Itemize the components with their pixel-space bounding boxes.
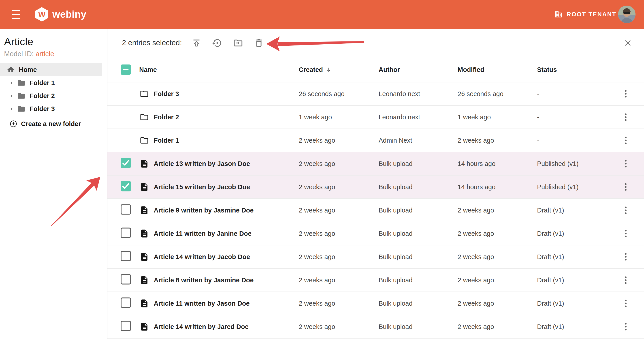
column-header-status[interactable]: Status (537, 66, 557, 74)
table-row[interactable]: Article 11 written by Jason Doe2 weeks a… (108, 292, 644, 315)
kebab-menu-icon[interactable] (623, 135, 628, 146)
chevron-right-icon[interactable] (10, 93, 14, 98)
row-status: Draft (v1) (537, 207, 564, 214)
table-body: Folder 326 seconds agoLeonardo next26 se… (108, 82, 644, 338)
folder-icon (17, 79, 26, 87)
row-name[interactable]: Article 9 written by Jasmine Doe (154, 207, 254, 214)
publish-icon[interactable] (191, 38, 202, 48)
home-icon (7, 66, 15, 74)
table-row[interactable]: Article 9 written by Jasmine Doe2 weeks … (108, 199, 644, 222)
column-header-created[interactable]: Created (299, 66, 332, 74)
sidebar: Article Model ID: article Home Folder 1 … (0, 29, 108, 339)
row-author: Bulk upload (378, 183, 413, 191)
folder-icon (140, 112, 149, 122)
kebab-menu-icon[interactable] (623, 182, 628, 192)
kebab-menu-icon[interactable] (623, 298, 628, 309)
move-to-folder-icon[interactable] (233, 38, 243, 48)
row-checkbox[interactable] (120, 321, 131, 331)
row-created: 2 weeks ago (299, 253, 335, 261)
row-name[interactable]: Article 11 written by Jason Doe (154, 300, 250, 307)
row-name[interactable]: Article 14 written by Jacob Doe (154, 253, 250, 261)
sidebar-item-label: Folder 1 (30, 79, 55, 87)
folder-icon (17, 92, 26, 100)
table-row[interactable]: Folder 326 seconds agoLeonardo next26 se… (108, 82, 644, 106)
row-created: 2 weeks ago (299, 137, 335, 144)
row-author: Bulk upload (378, 276, 413, 284)
article-icon (140, 299, 149, 308)
column-header-modified[interactable]: Modified (458, 66, 484, 74)
row-name[interactable]: Article 13 written by Jason Doe (154, 160, 250, 167)
plus-circle-icon (10, 120, 18, 128)
row-name[interactable]: Article 14 written by Jared Doe (154, 323, 248, 330)
row-created: 2 weeks ago (299, 323, 335, 330)
create-folder-button[interactable]: Create a new folder (0, 115, 102, 132)
row-created: 2 weeks ago (299, 207, 335, 214)
row-name[interactable]: Article 8 written by Jasmine Doe (154, 276, 254, 284)
row-name[interactable]: Folder 3 (154, 90, 179, 98)
table-row[interactable]: Folder 12 weeks agoAdmin Next2 weeks ago… (108, 129, 644, 152)
kebab-menu-icon[interactable] (623, 275, 628, 285)
table-row[interactable]: Article 14 written by Jacob Doe2 weeks a… (108, 245, 644, 269)
select-all-checkbox[interactable] (120, 65, 131, 75)
model-id-label: Model ID: (4, 50, 34, 58)
sidebar-item-label: Home (19, 66, 37, 74)
chevron-right-icon[interactable] (10, 80, 14, 85)
trash-icon[interactable] (254, 38, 264, 48)
row-created: 2 weeks ago (299, 276, 335, 284)
row-checkbox[interactable] (120, 204, 131, 215)
column-header-author[interactable]: Author (378, 66, 400, 74)
table-row[interactable]: Article 14 written by Jared Doe2 weeks a… (108, 315, 644, 338)
folder-icon (140, 89, 149, 99)
row-created: 2 weeks ago (299, 300, 335, 307)
kebab-menu-icon[interactable] (623, 321, 628, 332)
close-icon[interactable] (624, 39, 632, 48)
sidebar-item-folder-3[interactable]: Folder 3 (0, 102, 102, 115)
row-checkbox[interactable] (120, 228, 131, 238)
row-checkbox-cell (120, 158, 131, 170)
chevron-right-icon[interactable] (10, 106, 14, 111)
table-row[interactable]: Article 13 written by Jason Doe2 weeks a… (108, 152, 644, 176)
kebab-menu-icon[interactable] (623, 112, 628, 123)
restore-icon[interactable] (212, 38, 222, 48)
article-icon (140, 322, 149, 331)
table-row[interactable]: Article 15 written by Jacob Doe2 weeks a… (108, 176, 644, 199)
row-name[interactable]: Folder 1 (154, 137, 179, 144)
selected-count-text: 2 entries selected: (122, 39, 182, 47)
row-status: Draft (v1) (537, 230, 564, 237)
table-row[interactable]: Article 8 written by Jasmine Doe2 weeks … (108, 269, 644, 292)
article-icon (140, 229, 149, 238)
kebab-menu-icon[interactable] (623, 228, 628, 239)
kebab-menu-icon[interactable] (623, 252, 628, 262)
row-author: Bulk upload (378, 323, 413, 330)
row-checkbox[interactable] (120, 181, 131, 191)
model-id-value: article (36, 50, 54, 58)
row-author: Bulk upload (378, 300, 413, 307)
row-checkbox[interactable] (120, 297, 131, 308)
row-name[interactable]: Folder 2 (154, 114, 179, 121)
row-checkbox[interactable] (120, 251, 131, 261)
sidebar-item-folder-1[interactable]: Folder 1 (0, 76, 102, 89)
sidebar-item-home[interactable]: Home (0, 63, 102, 76)
row-author: Bulk upload (378, 207, 413, 214)
tenant-label: ROOT TENANT (566, 11, 616, 18)
row-name[interactable]: Article 11 written by Janine Doe (154, 230, 252, 237)
sidebar-item-label: Folder 2 (30, 92, 55, 100)
row-status: Published (v1) (537, 160, 578, 167)
kebab-menu-icon[interactable] (623, 159, 628, 169)
row-checkbox[interactable] (120, 158, 131, 168)
table-row[interactable]: Folder 21 week agoLeonardo next1 week ag… (108, 106, 644, 129)
kebab-menu-icon[interactable] (623, 89, 628, 99)
user-avatar[interactable] (618, 6, 636, 23)
tenant-selector[interactable]: ROOT TENANT (554, 0, 616, 29)
row-name[interactable]: Article 15 written by Jacob Doe (154, 183, 250, 191)
hamburger-menu-icon[interactable] (12, 10, 20, 19)
table-row[interactable]: Article 11 written by Janine Doe2 weeks … (108, 222, 644, 245)
column-header-name[interactable]: Name (139, 66, 157, 74)
kebab-menu-icon[interactable] (623, 205, 628, 216)
folder-icon (17, 105, 26, 113)
row-checkbox-cell (120, 251, 131, 263)
article-icon (140, 159, 149, 168)
row-checkbox[interactable] (120, 274, 131, 285)
sidebar-item-folder-2[interactable]: Folder 2 (0, 89, 102, 102)
row-modified: 2 weeks ago (458, 137, 494, 144)
